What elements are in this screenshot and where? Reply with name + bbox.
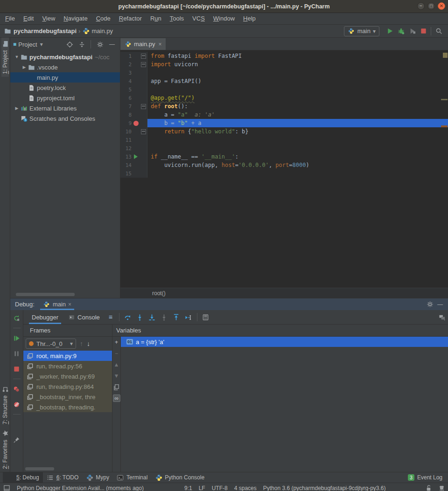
run-to-cursor-button[interactable] (182, 311, 195, 323)
close-button[interactable]: ✕ (438, 2, 445, 10)
step-into-my-code-button[interactable] (146, 311, 158, 323)
run-line-icon[interactable] (134, 154, 138, 159)
maximize-button[interactable]: □ (427, 2, 435, 10)
close-session-icon[interactable]: × (68, 301, 71, 308)
tool-window-button-6-todo[interactable]: 6: TODO (43, 472, 83, 483)
code-line-7[interactable]: 7def root(): (120, 102, 448, 111)
status-line-ending[interactable]: LF (199, 485, 205, 491)
breadcrumb-project[interactable]: pycharmdebugfastapi (14, 28, 77, 35)
toggle-tool-windows-icon[interactable] (3, 484, 10, 491)
menu-edit[interactable]: Edit (19, 13, 38, 24)
breakpoint-icon[interactable] (133, 121, 139, 126)
search-everywhere-button[interactable] (433, 26, 444, 36)
frame-row[interactable]: root, main.py:9 (23, 351, 112, 361)
gutter-line-12[interactable]: 12 (120, 144, 147, 152)
status-caret-position[interactable]: 9:1 (184, 485, 192, 491)
tree-item-main-py[interactable]: main.py (10, 72, 120, 83)
project-header-title[interactable]: Project (18, 41, 37, 48)
locate-file-button[interactable] (64, 39, 75, 49)
menu-code[interactable]: Code (92, 13, 115, 24)
tab-console[interactable]: Console (63, 310, 105, 324)
code-line-12[interactable]: 12 (120, 144, 448, 152)
chevron-down-icon[interactable]: ▾ (40, 41, 43, 47)
gutter-line-4[interactable]: 4 (120, 77, 147, 85)
status-indent-style[interactable]: 4 spaces (234, 485, 257, 491)
code-line-5[interactable]: 5 (120, 85, 448, 94)
menu-run[interactable]: Run (146, 13, 166, 24)
menu-help[interactable]: Help (239, 13, 260, 24)
tree-expand-icon[interactable]: ▶ (21, 65, 27, 69)
frame-row[interactable]: run, threading.py:864 (23, 381, 112, 392)
code-line-14[interactable]: 14 uvicorn.run(app, host='0.0.0.0', port… (120, 161, 448, 169)
tool-window-button-mypy[interactable]: Mypy (82, 472, 113, 483)
evaluate-expression-button[interactable] (200, 311, 212, 323)
tree-expand-icon[interactable]: ▶ (14, 106, 20, 111)
settings-gear-button[interactable] (11, 419, 23, 430)
hide-panel-button[interactable]: — (107, 39, 117, 49)
error-stripe-mark[interactable] (441, 99, 448, 100)
project-settings-button[interactable] (95, 39, 105, 49)
unlock-icon[interactable] (425, 484, 432, 491)
project-horizontal-scrollbar[interactable] (16, 293, 75, 296)
tool-window-button-structure[interactable]: 7: Structure (1, 383, 9, 427)
code-line-11[interactable]: 11 (120, 136, 448, 144)
mute-breakpoints-button[interactable] (11, 399, 23, 410)
code-line-9[interactable]: 9 b = "b" + a (120, 119, 448, 127)
layout-menu-button[interactable]: ≡ (105, 311, 117, 323)
minimize-button[interactable]: − (417, 2, 425, 10)
view-breakpoints-button[interactable] (11, 383, 23, 394)
tree-item-pycharmdebugfastapi[interactable]: ▼pycharmdebugfastapi~/coc (10, 52, 120, 62)
tool-window-button-project[interactable]: 1: Project (1, 38, 9, 77)
frames-horizontal-scrollbar[interactable] (25, 467, 54, 470)
code-line-15[interactable]: 15 (120, 169, 448, 178)
error-stripe-warning-mark[interactable] (443, 53, 448, 58)
code-line-1[interactable]: 1from fastapi import FastAPI (120, 52, 448, 60)
tool-window-button-python-console[interactable]: Python Console (151, 472, 208, 483)
fold-icon[interactable] (141, 104, 146, 109)
frame-row[interactable]: run, thread.py:56 (23, 361, 112, 371)
code-line-13[interactable]: 13if __name__ == '__main__': (120, 152, 448, 161)
hector-highlighting-icon[interactable] (438, 484, 445, 491)
event-log-button[interactable]: 3Event Log (408, 474, 445, 481)
tool-window-button-terminal[interactable]: Terminal (113, 472, 151, 483)
debug-session-tab[interactable]: main × (39, 298, 75, 310)
gutter-line-5[interactable]: 5 (120, 85, 147, 94)
tool-window-button-5-debug[interactable]: 5: Debug (3, 472, 43, 483)
variable-row[interactable]: 01a = {str} 'a' (121, 337, 448, 347)
add-button[interactable]: + (113, 339, 120, 346)
menu-tools[interactable]: Tools (166, 13, 188, 24)
menu-refactor[interactable]: Refactor (115, 13, 146, 24)
tree-item-scratches-and-consoles[interactable]: Scratches and Consoles (10, 113, 120, 124)
gutter-line-7[interactable]: 7 (120, 102, 147, 111)
run-button[interactable] (384, 26, 395, 36)
frame-row[interactable]: _bootstrap_inner, thre (23, 392, 112, 402)
resume-button[interactable] (11, 332, 23, 344)
gutter-line-11[interactable]: 11 (120, 136, 147, 144)
tree-collapse-icon[interactable]: ▼ (14, 55, 20, 59)
code-line-2[interactable]: 2import uvicorn (120, 60, 448, 69)
gutter-line-1[interactable]: 1 (120, 52, 147, 60)
debug-settings-button[interactable] (425, 299, 435, 310)
close-tab-icon[interactable]: × (159, 41, 162, 48)
gutter-line-6[interactable]: 6 (120, 94, 147, 102)
menu-view[interactable]: View (38, 13, 59, 24)
gutter-line-15[interactable]: 15 (120, 169, 147, 178)
status-python-interpreter[interactable]: Python 3.6 (pycharmdebugfastapi-9cdjtyrg… (263, 485, 386, 491)
frame-row[interactable]: _worker, thread.py:69 (23, 371, 112, 381)
step-out-button[interactable] (170, 311, 182, 323)
collapse-all-button[interactable] (77, 39, 87, 49)
gutter-line-2[interactable]: 2 (120, 60, 147, 69)
tree-item-poetry-lock[interactable]: poetry.lock (10, 83, 120, 93)
step-over-button[interactable] (122, 311, 134, 323)
gutter-line-8[interactable]: 8 (120, 111, 147, 119)
tree-item--vscode[interactable]: ▶.vscode (10, 62, 120, 72)
fold-icon[interactable] (141, 54, 146, 59)
gutter-line-3[interactable]: 3 (120, 69, 147, 77)
restore-layout-button[interactable] (436, 311, 448, 323)
code-line-8[interactable]: 8 a = "a" a: 'a' (120, 111, 448, 119)
error-stripe-breakpoint-mark[interactable] (441, 125, 448, 127)
thread-select[interactable]: Thr...-0_0 ▾ (26, 339, 76, 349)
code-line-6[interactable]: 6@app.get("/") (120, 94, 448, 102)
frame-row[interactable]: _bootstrap, threading. (23, 402, 112, 412)
menu-vcs[interactable]: VCS (188, 13, 209, 24)
